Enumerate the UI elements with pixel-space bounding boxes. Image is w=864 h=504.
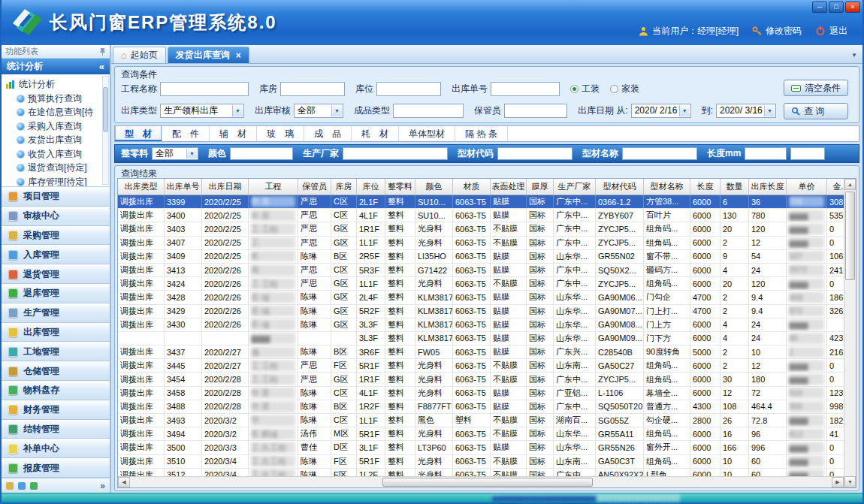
table-row[interactable]: 调拨出库34452020/2/27工 工程严思F区5R1F整料光身料6063-T… (118, 359, 844, 373)
radio-gongzhuang[interactable]: 工装 (570, 83, 600, 95)
table-row[interactable]: 调拨出库34942020/3/2石 辉城汤伟M区5R1F整料光身料6063-T5… (118, 427, 844, 441)
column-header[interactable]: 长度 (690, 179, 721, 195)
clear-conditions-button[interactable]: 清空条件 (784, 80, 848, 96)
horizontal-scrollbar[interactable]: ◀ ▶ (118, 476, 844, 487)
sidebar-item[interactable]: 仓储管理 (2, 361, 110, 381)
chevron-down-icon[interactable]: ▼ (232, 105, 243, 116)
outbound-type-select[interactable]: 生产领料出库▼ (160, 104, 244, 118)
table-row[interactable]: 调拨出库34032020/2/25工 工程严思G区1R1F整料光身料6063-T… (118, 222, 844, 236)
tree-scrollbar[interactable] (102, 76, 109, 185)
table-row[interactable]: 调拨出库34292020/2/26石 城陈琳G区5R2F整料KLM3817606… (118, 305, 844, 318)
chevron-down-icon[interactable]: ▼ (764, 105, 775, 116)
vertical-scrollbar[interactable]: ▲ ▼ (844, 179, 856, 487)
chevron-down-icon[interactable]: ▼ (679, 105, 690, 116)
change-password-button[interactable]: 修改密码 (752, 25, 802, 38)
length-input[interactable] (745, 147, 787, 160)
vertical-scroll-thumb[interactable] (845, 192, 855, 280)
sidebar-item[interactable]: 结转管理 (2, 420, 110, 439)
column-header[interactable]: 单价 (787, 179, 827, 195)
manufacturer-input[interactable] (343, 147, 448, 160)
table-row[interactable]: 调拨出库34542020/2/28工 工程严思G区1R1F整料光身料6063-T… (118, 373, 844, 386)
location-input[interactable] (376, 82, 441, 96)
chevron-down-icon[interactable]: ▼ (186, 149, 197, 158)
table-row[interactable]: 调拨出库34092020/2/25长陈琳B区2R5F整料LI35HO6063-T… (118, 250, 844, 264)
close-button[interactable]: × (845, 2, 860, 13)
tree-scrollbar-thumb[interactable] (103, 87, 108, 132)
sidebar-item[interactable]: 补单中心 (2, 439, 110, 458)
scroll-right-icon[interactable]: ▶ (832, 477, 844, 487)
column-header[interactable]: 表面处理 (491, 179, 527, 195)
search-button[interactable]: 查 询 (784, 103, 848, 119)
sidebar-item[interactable]: 采购管理 (2, 226, 110, 246)
material-tab[interactable]: 配 件 (162, 126, 210, 141)
sidebar-item[interactable]: 报废管理 (2, 458, 110, 478)
material-tab[interactable]: 成 品 (304, 126, 352, 141)
column-header[interactable]: 库位 (357, 179, 385, 195)
table-row[interactable]: 调拨出库34132020/2/26南严思C区5R3F整料G714226063-T… (118, 264, 844, 277)
scroll-up-icon[interactable]: ▲ (844, 179, 856, 190)
tree-item[interactable]: 退货查询[待定] (6, 161, 101, 176)
scroll-left-icon[interactable]: ◀ (118, 477, 130, 487)
table-row[interactable]: 调拨出库34372020/2/27佛陈琳B区3R6F整料FW056063-T5贴… (118, 346, 844, 359)
vertical-scroll-track[interactable] (844, 190, 856, 476)
mini-monitor-icon[interactable] (18, 482, 26, 490)
column-header[interactable]: 出库长度 (749, 179, 787, 195)
sidebar-section-header[interactable]: 统计分析 « (2, 59, 110, 74)
keeper-input[interactable] (504, 104, 567, 118)
sidebar-item[interactable]: 项目管理 (2, 187, 110, 207)
column-header[interactable]: 工程 (249, 179, 298, 195)
color-input[interactable] (230, 147, 293, 160)
sidebar-item[interactable]: 退货管理 (2, 264, 110, 284)
column-header[interactable]: 膜厚 (527, 179, 554, 195)
collapse-icon[interactable]: « (99, 61, 104, 72)
column-header[interactable]: 颜色 (415, 179, 453, 195)
table-row[interactable]: 调拨出库34282020/2/26石 城陈琳G区2L4F整料KLM3817606… (118, 291, 844, 304)
tree-item[interactable]: 收货入库查询 (6, 147, 101, 161)
column-header[interactable]: 出库单号 (165, 179, 202, 195)
tree-item[interactable]: 预算执行查询 (6, 92, 101, 106)
mini-folder-icon[interactable] (6, 482, 14, 490)
tab-start-page[interactable]: ⌂起始页 (113, 47, 166, 63)
product-type-input[interactable] (393, 104, 464, 118)
expand-more-icon[interactable]: » (100, 481, 105, 491)
profile-code-input[interactable] (497, 147, 572, 160)
tree-root[interactable]: 统计分析 (6, 77, 101, 92)
table-row[interactable]: 调拨出库34002020/2/25华 原严思C区4L1F整料SU10...606… (118, 209, 844, 222)
pin-icon[interactable] (99, 47, 106, 56)
material-tab[interactable]: 耗 材 (352, 126, 399, 141)
table-row[interactable]: ▆▆▆3L3F整料KLM38176063-T5贴膜国标山东华...GA90M09… (118, 332, 844, 346)
column-header[interactable]: 金... (827, 179, 844, 195)
table-row[interactable]: 调拨出库34242020/2/26工 工程严思G区1L1F整料光身料6063-T… (118, 277, 844, 291)
audit-select[interactable]: 全部▼ (294, 104, 343, 118)
sidebar-item[interactable]: 审核中心 (2, 207, 110, 226)
column-header[interactable]: 出库类型 (118, 179, 165, 195)
material-tab[interactable]: 型 材 (115, 126, 162, 141)
column-header[interactable]: 整零料 (385, 179, 415, 195)
table-row[interactable]: 调拨出库34582020/2/28华 原陈琳C区4L1F整料光身料6063-T5… (118, 387, 844, 400)
date-from-picker[interactable]: 2020/ 2/16▼ (631, 104, 691, 118)
tab-list-caret-icon[interactable]: ▼ (851, 52, 857, 59)
column-header[interactable]: 出库日期 (202, 179, 249, 195)
column-header[interactable]: 库房 (331, 179, 357, 195)
sidebar-item[interactable]: 物料盘存 (2, 381, 110, 400)
column-header[interactable]: 数量 (721, 179, 749, 195)
table-row[interactable]: 调拨出库35102020/3/4工 共工程陈琳F区5R1F整料光身料6063-T… (118, 455, 844, 469)
horizontal-scroll-track[interactable] (130, 477, 832, 487)
sidebar-item[interactable]: 生产管理 (2, 303, 110, 323)
tree-item[interactable]: 在途信息查询[待 (6, 106, 101, 120)
profile-name-input[interactable] (622, 147, 697, 160)
date-to-picker[interactable]: 2020/ 3/16▼ (716, 104, 776, 118)
table-row[interactable]: 调拨出库34882020/2/28华 原陈琳B区1R2F整料F8877FT606… (118, 400, 844, 414)
warehouse-input[interactable] (280, 82, 345, 96)
length-input-2[interactable] (790, 147, 825, 160)
mini-chart-icon[interactable] (30, 482, 38, 490)
table-row[interactable]: 调拨出库34302020/2/26石 城陈琳G区3L3F整料KLM3817606… (118, 318, 844, 332)
logout-button[interactable]: 退出 (815, 25, 847, 38)
whole-part-select[interactable]: 全部▼ (152, 147, 198, 160)
material-tab[interactable]: 辅 材 (210, 126, 257, 141)
tab-active[interactable]: 发货出库查询× (168, 47, 249, 63)
material-tab[interactable]: 单体型材 (399, 126, 455, 141)
table-row[interactable]: 调拨出库33992020/2/25华 原严思C区2L1F整料SU10...606… (118, 195, 844, 209)
tab-close-icon[interactable]: × (236, 50, 241, 61)
sidebar-item[interactable]: 退库管理 (2, 284, 110, 303)
